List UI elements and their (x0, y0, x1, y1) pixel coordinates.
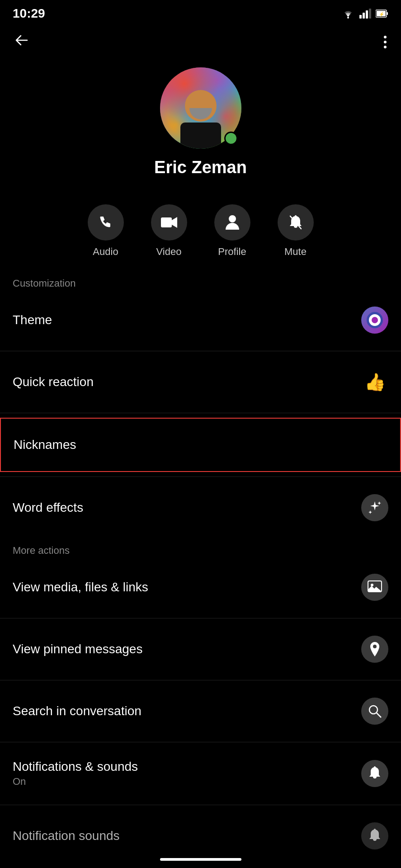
word-effects-icon (361, 494, 388, 521)
view-pinned-label: View pinned messages (13, 642, 142, 656)
quick-reaction-label: Quick reaction (13, 375, 94, 389)
status-bar: 10:29 ⚡ (0, 0, 401, 25)
svg-rect-1 (359, 15, 362, 19)
search-conversation-label: Search in conversation (13, 704, 142, 718)
media-icon (368, 580, 382, 594)
divider-3 (0, 476, 401, 477)
avatar-person (176, 90, 226, 149)
thumbup-emoji: 👍 (364, 372, 386, 392)
notifications-sounds-sublabel: On (13, 776, 138, 788)
audio-label: Audio (93, 246, 118, 258)
nicknames-icon (360, 431, 387, 458)
profile-action: Profile (214, 204, 250, 258)
svg-point-13 (371, 584, 373, 586)
notifications-sounds-icon (361, 760, 388, 787)
view-pinned-item[interactable]: View pinned messages (0, 623, 401, 675)
dot-2 (384, 41, 387, 43)
profile-label: Profile (218, 246, 246, 258)
divider-5 (0, 680, 401, 680)
avatar-wrapper (160, 67, 241, 149)
svg-rect-6 (387, 12, 388, 15)
theme-icon-dot (372, 317, 378, 323)
svg-point-0 (347, 17, 349, 19)
person-head (185, 90, 217, 122)
notification-sounds-partial-item[interactable]: Notification sounds (0, 810, 401, 856)
nicknames-item[interactable]: Nicknames (0, 418, 401, 472)
view-media-icon (361, 574, 388, 601)
customization-section: Customization Theme Quick reaction 👍 Nic… (0, 267, 401, 534)
bell-icon-notifications (368, 766, 382, 781)
search-icon (368, 704, 382, 718)
action-buttons: Audio Video Profile Mute (0, 191, 401, 267)
svg-point-10 (229, 215, 236, 222)
more-actions-header: More actions (0, 534, 401, 561)
svg-point-14 (373, 645, 377, 648)
person-beard (189, 108, 212, 119)
profile-button[interactable] (214, 204, 250, 241)
more-options-button[interactable] (380, 32, 390, 52)
divider-6 (0, 742, 401, 742)
person-icon (225, 214, 240, 231)
sparkle-icon (368, 500, 382, 515)
notification-sounds-partial-label: Notification sounds (13, 829, 120, 843)
notifications-sounds-label: Notifications & sounds (13, 760, 138, 774)
mute-action: Mute (278, 204, 314, 258)
top-nav (0, 25, 401, 63)
online-indicator (224, 132, 238, 145)
bell-icon-notification-sounds (368, 828, 382, 844)
notifications-sounds-item[interactable]: Notifications & sounds On (0, 747, 401, 800)
divider-2 (0, 413, 401, 413)
more-actions-section: More actions View media, files & links V… (0, 534, 401, 856)
theme-label: Theme (13, 313, 52, 327)
svg-rect-2 (363, 13, 365, 19)
svg-rect-3 (366, 10, 368, 19)
view-media-item[interactable]: View media, files & links (0, 561, 401, 613)
divider-4 (0, 618, 401, 618)
status-icons: ⚡ (341, 9, 388, 19)
theme-icon (361, 307, 388, 334)
video-action: Video (151, 204, 187, 258)
pin-icon (368, 641, 381, 657)
wifi-icon (341, 9, 355, 19)
view-media-label: View media, files & links (13, 580, 148, 594)
quick-reaction-item[interactable]: Quick reaction 👍 (0, 356, 401, 408)
notification-sounds-partial-icon (361, 822, 388, 849)
mute-bell-icon (288, 214, 303, 231)
customization-header: Customization (0, 267, 401, 294)
signal-icon (359, 9, 371, 19)
svg-rect-4 (369, 9, 371, 19)
divider-1 (0, 351, 401, 351)
video-button[interactable] (151, 204, 187, 241)
battery-icon: ⚡ (376, 9, 388, 19)
mute-label: Mute (284, 246, 307, 258)
theme-item[interactable]: Theme (0, 294, 401, 346)
word-effects-label: Word effects (13, 500, 83, 515)
video-label: Video (156, 246, 182, 258)
mute-button[interactable] (278, 204, 314, 241)
word-effects-item[interactable]: Word effects (0, 481, 401, 534)
search-conversation-item[interactable]: Search in conversation (0, 685, 401, 737)
theme-icon-inner (367, 312, 383, 328)
search-conversation-icon (361, 698, 388, 725)
quick-reaction-icon: 👍 (361, 368, 388, 396)
video-icon (160, 216, 178, 229)
status-time: 10:29 (13, 6, 45, 21)
phone-icon (98, 214, 114, 231)
svg-point-15 (369, 706, 377, 714)
dot-3 (384, 46, 387, 48)
avatar-section: Eric Zeman (0, 63, 401, 191)
svg-text:⚡: ⚡ (379, 11, 385, 17)
audio-button[interactable] (88, 204, 124, 241)
notifications-sounds-left: Notifications & sounds On (13, 760, 138, 788)
svg-line-16 (377, 713, 381, 717)
view-pinned-icon (361, 636, 388, 663)
nicknames-label: Nicknames (14, 438, 76, 452)
home-indicator (160, 858, 241, 861)
person-body (180, 123, 221, 149)
back-button[interactable] (11, 30, 33, 54)
audio-action: Audio (88, 204, 124, 258)
divider-7 (0, 805, 401, 805)
svg-rect-9 (161, 217, 172, 227)
dot-1 (384, 36, 387, 38)
user-name: Eric Zeman (154, 158, 247, 177)
